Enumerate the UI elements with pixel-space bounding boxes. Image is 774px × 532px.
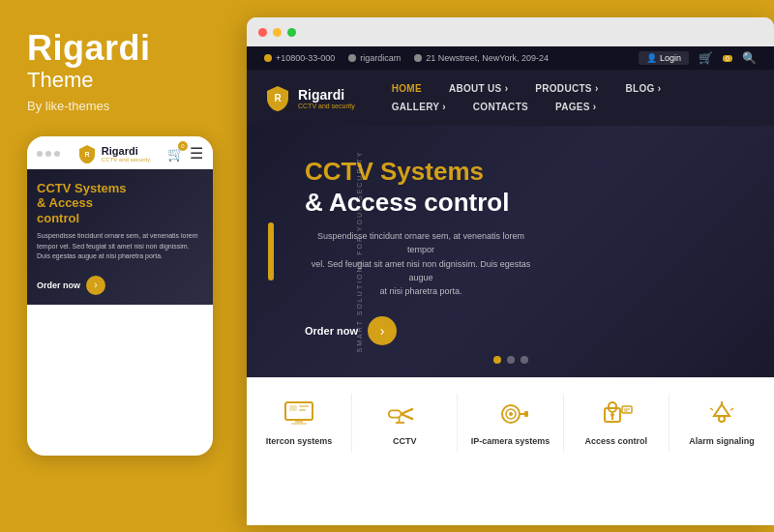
svg-line-9	[402, 409, 414, 414]
location-icon	[414, 54, 422, 62]
svg-rect-3	[289, 405, 297, 411]
login-button[interactable]: 👤 Login	[639, 51, 689, 65]
brand-subtitle: Theme	[27, 68, 213, 93]
site-topbar: +10800-33-000 rigardicam 21 Newstreet, N…	[247, 46, 774, 70]
dot-2	[45, 151, 51, 157]
hero-description: Suspendisse tincidunt ornare sem, at ven…	[305, 229, 537, 299]
mobile-cart[interactable]: 🛒 0	[167, 145, 184, 163]
hero-order-arrow-icon: ›	[368, 316, 397, 345]
hero-content: CCTV Systems & Access control Suspendiss…	[305, 158, 537, 345]
dot-3	[54, 151, 60, 157]
nav-item-blog[interactable]: BLOG ›	[612, 79, 675, 98]
site-shield-icon: R	[264, 84, 291, 111]
ipcam-icon	[493, 399, 528, 429]
svg-rect-4	[299, 405, 309, 407]
hero-dot-2[interactable]	[507, 356, 515, 364]
feature-item-alarm[interactable]: Alarm signaling	[670, 394, 774, 452]
hero-slider-dots	[493, 356, 528, 364]
hero-side-text: SMART SOLUTIONS FOR YOUR SECURITY	[356, 151, 363, 353]
browser-mockup: +10800-33-000 rigardicam 21 Newstreet, N…	[247, 17, 774, 525]
mobile-hero: CCTV Systems & Access control Suspendiss…	[27, 169, 213, 305]
feature-label-alarm: Alarm signaling	[689, 436, 755, 446]
nav-item-gallery[interactable]: GALLERY ›	[378, 98, 460, 116]
cart-count-badge: 0	[723, 55, 732, 62]
browser-topbar	[247, 17, 774, 46]
alarm-icon	[704, 399, 739, 429]
feature-item-ipcam[interactable]: IP-camera systems	[458, 394, 563, 452]
nav-item-products[interactable]: PRODUCTS ›	[521, 79, 611, 98]
mobile-shield-icon: R	[77, 144, 97, 163]
svg-rect-8	[389, 410, 402, 417]
mobile-dots	[37, 151, 60, 157]
svg-text:R: R	[84, 151, 89, 158]
hero-order-label: Order now	[305, 325, 358, 337]
nav-item-contacts[interactable]: CONTACTS	[460, 98, 542, 116]
monitor-icon	[282, 399, 316, 429]
browser-dot-green	[287, 28, 296, 37]
site-nav: R Rigardi CCTV and security HOME ABOUT U…	[247, 70, 774, 126]
feature-item-cctv[interactable]: CCTV	[352, 394, 458, 452]
mobile-logo-text: Rigardi CCTV and security	[102, 145, 150, 163]
email-icon	[348, 54, 356, 62]
feature-label-ipcam: IP-camera systems	[471, 436, 551, 446]
cctv-icon	[387, 399, 422, 429]
mobile-logo-area: R Rigardi CCTV and security	[77, 144, 150, 163]
left-panel: Rigardi Theme By like-themes R Rigardi C…	[0, 0, 240, 532]
hero-accent-bar	[268, 222, 274, 281]
search-icon[interactable]: 🔍	[742, 51, 757, 65]
nav-row-2: GALLERY › CONTACTS PAGES ›	[378, 98, 757, 116]
site-logo-text-block: Rigardi CCTV and security	[298, 87, 355, 109]
browser-dot-yellow	[273, 28, 282, 37]
svg-point-25	[719, 416, 725, 422]
svg-line-27	[710, 408, 713, 410]
mobile-order-arrow: ›	[86, 276, 105, 295]
hero-title-white: & Access control	[305, 188, 537, 218]
hero-order-button[interactable]: Order now ›	[305, 316, 537, 345]
nav-item-home[interactable]: HOME	[378, 79, 435, 98]
features-bar: Itercon systems CCTV	[247, 377, 774, 467]
nav-item-pages[interactable]: PAGES ›	[542, 98, 610, 116]
topbar-address: 21 Newstreet, NewYork, 209-24	[414, 53, 549, 63]
user-icon: 👤	[646, 53, 657, 63]
mobile-order-button[interactable]: Order now ›	[37, 276, 203, 295]
feature-label-cctv: CCTV	[393, 436, 417, 446]
cart-top-icon[interactable]: 🛒	[699, 51, 713, 65]
svg-rect-17	[524, 411, 528, 417]
svg-rect-5	[299, 409, 306, 411]
svg-point-15	[509, 412, 513, 416]
feature-item-access[interactable]: Access control	[564, 394, 670, 452]
mobile-order-label: Order now	[37, 281, 80, 290]
mobile-hero-title: CCTV Systems & Access control	[37, 181, 203, 226]
nav-item-about[interactable]: ABOUT US ›	[435, 79, 521, 98]
brand-by: By like-themes	[27, 99, 213, 113]
hero-dot-1[interactable]	[493, 356, 501, 364]
site-logo[interactable]: R Rigardi CCTV and security	[264, 84, 355, 111]
topbar-phone: +10800-33-000	[264, 53, 335, 63]
brand-title: Rigardi	[27, 29, 213, 68]
mobile-mockup: R Rigardi CCTV and security 🛒 0 ☰ CCTV S…	[27, 136, 213, 456]
mobile-topbar: R Rigardi CCTV and security 🛒 0 ☰	[27, 136, 213, 169]
hero-dot-3[interactable]	[521, 356, 528, 364]
browser-dot-red	[258, 28, 267, 37]
dot-1	[37, 151, 43, 157]
nav-row-1: HOME ABOUT US › PRODUCTS › BLOG ›	[378, 79, 757, 98]
svg-point-20	[610, 413, 614, 417]
hero-title-yellow: CCTV Systems	[305, 158, 537, 186]
hamburger-icon[interactable]: ☰	[190, 144, 203, 163]
mobile-cart-menu: 🛒 0 ☰	[167, 144, 203, 163]
site-hero: SMART SOLUTIONS FOR YOUR SECURITY CCTV S…	[247, 126, 774, 377]
nav-links: HOME ABOUT US › PRODUCTS › BLOG › GALLER…	[378, 79, 757, 116]
feature-label-access: Access control	[584, 436, 647, 446]
feature-item-itercon[interactable]: Itercon systems	[247, 394, 352, 452]
access-icon	[599, 399, 634, 429]
svg-rect-6	[295, 420, 303, 423]
topbar-email: rigardicam	[348, 53, 401, 63]
svg-rect-2	[285, 402, 313, 420]
topbar-right: 👤 Login 🛒 0 🔍	[639, 51, 757, 65]
feature-label-itercon: Itercon systems	[266, 436, 333, 446]
cart-badge: 0	[178, 141, 188, 151]
mobile-hero-text: Suspendisse tincidunt ornare sem, at ven…	[37, 231, 203, 262]
svg-text:R: R	[274, 93, 282, 103]
svg-rect-7	[291, 423, 307, 425]
topbar-left: +10800-33-000 rigardicam 21 Newstreet, N…	[264, 53, 549, 63]
